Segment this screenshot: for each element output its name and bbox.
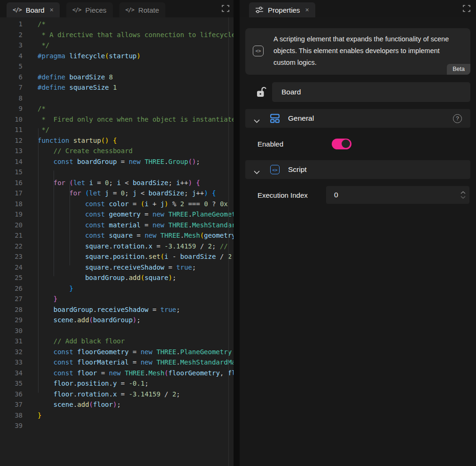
line-number: 6 [0,72,23,83]
line-number: 12 [0,135,23,146]
code-line: 19 const geometry = new THREE.PlaneGeome… [0,209,234,220]
code-line: 32 const floorGeometry = new THREE.Plane… [0,347,234,357]
code-line: 35 floor.position.y = -0.1; [0,378,234,389]
chevron-down-icon[interactable] [254,116,260,120]
code-line: 15 [0,167,234,178]
code-line: 38} [0,410,234,421]
line-number: 38 [0,410,23,421]
code-line: 37 scene.add(floor); [0,399,234,410]
tab-properties[interactable]: Properties × [249,2,315,17]
tab-properties-label: Properties [268,6,300,14]
editor-scrollbar[interactable] [228,17,229,466]
enabled-toggle[interactable] [332,139,351,149]
unlock-icon[interactable] [256,86,266,98]
line-number: 32 [0,347,23,357]
line-number: 23 [0,251,23,262]
line-number: 27 [0,294,23,304]
tab-rotate-label: Rotate [138,6,159,14]
code-line: 5 [0,61,234,72]
section-header-script[interactable]: <> Script [245,160,470,179]
code-file-icon: </> [125,7,134,13]
code-line: 25 boardGroup.add(square); [0,272,234,283]
tab-pieces[interactable]: </> Pieces [66,2,113,17]
line-number: 21 [0,230,23,241]
script-section-icon: <> [270,165,280,174]
execution-index-input[interactable]: 0 [326,186,469,204]
code-line: 16 for (let i = 0; i < boardSize; i++) { [0,178,234,188]
section-title: General [288,114,314,123]
code-line: 31 // Add black floor [0,336,234,347]
code-line: 22 square.rotation.x = -3.14159 / 2; // [0,241,234,252]
code-line: 20 const material = new THREE.MeshStanda… [0,220,234,231]
chevron-up-icon [460,191,466,194]
object-name-input[interactable] [272,82,470,102]
code-lines: 1/*2 * A directive that allows connectio… [0,19,234,431]
line-number: 30 [0,326,23,336]
tab-board[interactable]: </> Board × [7,2,60,17]
line-number: 13 [0,146,23,156]
indent-guide [38,128,39,393]
code-line: 12function startup() { [0,135,234,146]
line-number: 8 [0,93,23,104]
code-file-icon: </> [13,7,22,13]
code-line: 28 boardGroup.receiveShadow = true; [0,304,234,315]
close-icon[interactable]: × [305,7,309,13]
chevron-down-icon [460,196,466,199]
code-line: 11 */ [0,124,234,135]
code-line: 17 for (let j = 0; j < boardSize; j++) { [0,188,234,199]
code-line: 29 scene.add(boardGroup); [0,315,234,326]
tab-pieces-label: Pieces [86,6,107,14]
line-number: 18 [0,199,23,210]
tab-rotate[interactable]: </> Rotate [119,2,165,17]
help-icon[interactable]: ? [453,114,462,123]
code-line: 14 const boardGroup = new THREE.Group(); [0,156,234,167]
maximize-panel-icon[interactable] [222,5,229,12]
code-line: 18 const color = (i + j) % 2 === 0 ? 0x [0,199,234,210]
line-number: 11 [0,124,23,135]
code-line: 8 [0,93,234,104]
code-file-icon: </> [72,7,81,13]
line-number: 34 [0,368,23,379]
close-icon[interactable]: × [50,7,54,13]
code-line: 33 const floorMaterial = new THREE.MeshS… [0,357,234,368]
indent-guide [70,181,70,265]
line-number: 24 [0,262,23,273]
code-line: 21 const square = new THREE.Mesh(geometr… [0,230,234,241]
line-number: 7 [0,82,23,93]
line-number: 16 [0,178,23,188]
chevron-down-icon[interactable] [254,168,260,171]
enabled-label: Enabled [258,140,326,148]
object-name-row [245,82,470,102]
code-line: 36 floor.rotation.x = -3.14159 / 2; [0,389,234,400]
code-line: 6#define boardSize 8 [0,72,234,83]
panel-divider[interactable] [234,0,240,466]
tab-board-label: Board [26,6,45,14]
line-number: 26 [0,283,23,294]
code-line: 9/* [0,103,234,114]
line-number: 39 [0,420,23,431]
line-number: 25 [0,272,23,283]
line-number: 1 [0,19,23,30]
properties-tabbar: Properties × [240,0,476,17]
code-line: 26 } [0,283,234,294]
code-line: 10 * Fired only once when the object is … [0,114,234,125]
code-editor[interactable]: 1/*2 * A directive that allows connectio… [0,17,234,466]
section-header-general[interactable]: General ? [245,109,470,128]
line-number: 20 [0,220,23,231]
code-line: 1/* [0,19,234,30]
number-stepper[interactable] [460,186,466,204]
enabled-field-row: Enabled [245,134,470,153]
code-line: 7#define squareSize 1 [0,82,234,93]
line-number: 22 [0,241,23,252]
execution-index-label: Execution Index [258,191,326,199]
line-number: 9 [0,103,23,114]
code-line: 34 const floor = new THREE.Mesh(floorGeo… [0,368,234,379]
line-number: 15 [0,167,23,178]
code-line: 39 [0,420,234,431]
line-number: 33 [0,357,23,368]
app-window: </> Board × </> Pieces </> Rotate 1/*2 *… [0,0,476,466]
maximize-panel-icon[interactable] [463,5,470,12]
line-number: 29 [0,315,23,326]
element-description-text: A scripting element that expands the fun… [273,33,463,69]
line-number: 2 [0,30,23,40]
